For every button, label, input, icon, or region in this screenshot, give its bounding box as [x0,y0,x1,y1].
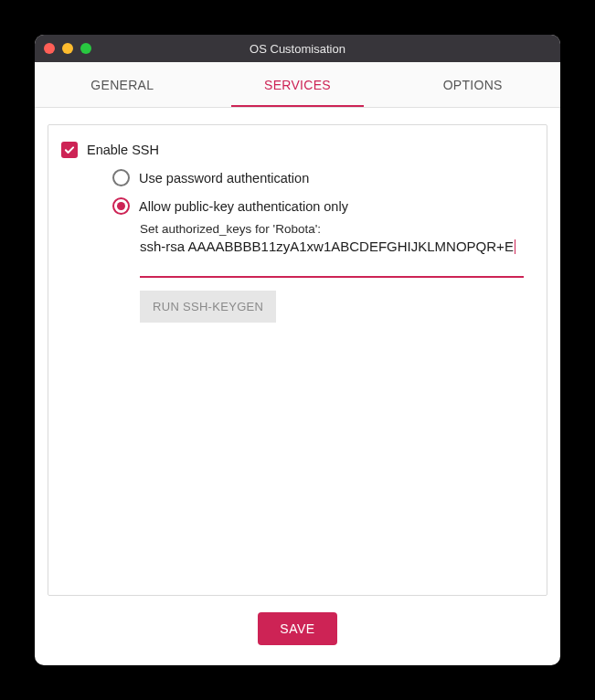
radio-pubkey-label: Allow public-key authentication only [139,199,348,214]
maximize-icon[interactable] [80,43,91,54]
check-icon [63,143,76,156]
enable-ssh-checkbox[interactable] [61,142,78,158]
tab-general[interactable]: GENERAL [35,62,210,107]
radio-icon [112,197,130,215]
authorized-keys-label: Set authorized_keys for 'Robota': [140,222,534,236]
enable-ssh-row[interactable]: Enable SSH [61,142,534,158]
window-title: OS Customisation [35,42,560,56]
os-customisation-window: OS Customisation GENERAL SERVICES OPTION… [35,35,560,665]
ssh-auth-radio-group: Use password authentication Allow public… [112,169,534,215]
content-area: Enable SSH Use password authentication A… [35,108,560,665]
authorized-keys-block: Set authorized_keys for 'Robota': ssh-rs… [140,222,534,323]
authorized-keys-input[interactable]: ssh-rsa AAAABBBB11zyA1xw1ABCDEFGHIJKLMNO… [140,238,524,274]
radio-pubkey-auth[interactable]: Allow public-key authentication only [112,197,534,215]
authorized-keys-field-wrap: ssh-rsa AAAABBBB11zyA1xw1ABCDEFGHIJKLMNO… [140,238,524,278]
titlebar: OS Customisation [35,35,560,62]
close-icon[interactable] [44,43,55,54]
minimize-icon[interactable] [62,43,73,54]
services-panel: Enable SSH Use password authentication A… [48,124,547,596]
tab-options[interactable]: OPTIONS [385,62,560,107]
enable-ssh-label: Enable SSH [87,143,159,157]
footer: SAVE [48,596,547,665]
radio-password-auth[interactable]: Use password authentication [112,169,534,186]
radio-password-label: Use password authentication [139,171,309,186]
radio-icon [112,169,130,186]
save-button[interactable]: SAVE [258,612,336,645]
authorized-keys-value: ssh-rsa AAAABBBB11zyA1xw1ABCDEFGHIJKLMNO… [140,239,514,254]
text-caret-icon [515,239,515,254]
run-ssh-keygen-button[interactable]: RUN SSH-KEYGEN [140,291,276,323]
tab-bar: GENERAL SERVICES OPTIONS [35,62,560,108]
tab-services[interactable]: SERVICES [210,62,386,107]
window-controls [44,43,91,54]
